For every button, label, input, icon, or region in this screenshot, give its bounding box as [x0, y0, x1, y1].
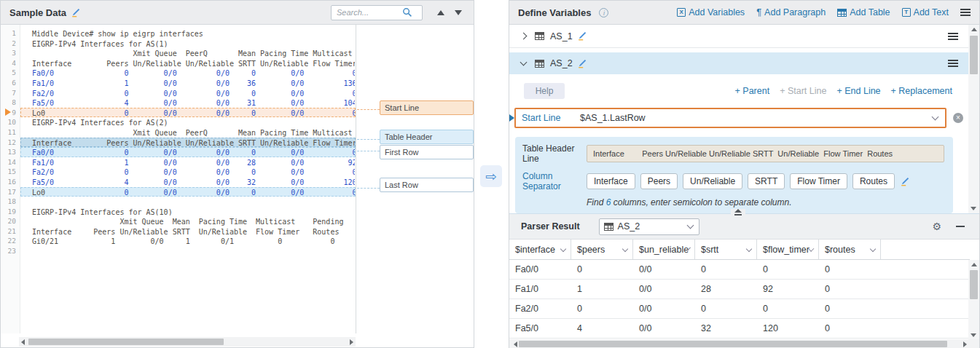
code-line-20[interactable]: 20 Xmit Queue Mean Pacing Time Multicast… — [1, 216, 356, 226]
variables-vertical-scrollbar[interactable] — [968, 25, 979, 213]
chevron-down-icon[interactable] — [520, 59, 528, 66]
add-table-button[interactable]: Add Table — [837, 7, 890, 17]
column-chip[interactable]: SRTT — [748, 173, 785, 189]
column-chip[interactable]: Interface — [587, 173, 635, 189]
add-text-button[interactable]: TAdd Text — [902, 7, 949, 17]
code-line-2[interactable]: 2EIGRP-IPv4 Interfaces for AS(1) — [1, 39, 356, 49]
code-line-8[interactable]: 8Fa5/0 4 0/0 0/0 31 0/0 104 — [1, 98, 356, 108]
code-line-10[interactable]: 10EIGRP-IPv4 Interfaces for AS(2) — [1, 117, 356, 127]
code-line-4[interactable]: 4Interface Peers Un/Reliable Un/Reliable… — [1, 58, 356, 68]
result-row[interactable]: Fa2/000/0000 — [509, 299, 970, 319]
result-column-header[interactable]: $srtt — [695, 240, 757, 259]
code-line-19[interactable]: 19EIGRP-IPv4 Interfaces for AS(10) — [1, 207, 356, 217]
code-line-6[interactable]: 6Fa1/0 1 0/0 0/0 36 0/0 136 — [1, 78, 356, 88]
apply-arrow-button[interactable]: ⇨ — [480, 165, 502, 187]
result-column-header[interactable]: $peers — [571, 240, 633, 259]
edit-sample-data-icon[interactable] — [71, 7, 81, 17]
code-line-3[interactable]: 3 Xmit Queue PeerQ Mean Pacing Time Mult… — [1, 48, 356, 58]
code-horizontal-scrollbar[interactable] — [19, 337, 356, 347]
code-line-11[interactable]: 11 Xmit Queue PeerQ Mean Pacing Time Mul… — [1, 127, 356, 138]
column-filter-chevron-icon[interactable] — [746, 245, 752, 251]
dropdown-chevron-icon[interactable] — [932, 114, 939, 121]
search-next-button[interactable] — [452, 6, 465, 19]
add-startline-link[interactable]: + Start Line — [780, 86, 826, 96]
code-line-18[interactable]: 18 — [1, 197, 356, 207]
remove-start-line-icon[interactable] — [953, 113, 963, 123]
first-row-label[interactable]: First Row — [380, 145, 474, 159]
code-line-9[interactable]: 9Lo0 0 0/0 0/0 0 0/0 0 — [1, 108, 356, 118]
result-column-header[interactable]: $interface — [509, 240, 571, 259]
start-line-row: Start Line $AS_1.LastRow — [509, 108, 970, 128]
scroll-right-icon[interactable] — [350, 339, 353, 345]
add-variables-button[interactable]: XAdd Variables — [677, 7, 745, 17]
search-box[interactable] — [331, 5, 423, 20]
search-input[interactable] — [337, 8, 402, 17]
column-filter-chevron-icon[interactable] — [622, 245, 628, 251]
scrollbar-thumb[interactable] — [970, 270, 978, 299]
variable-row-as2[interactable]: AS_2 — [509, 52, 970, 74]
code-line-13[interactable]: 13Fa0/0 0 0/0 0/0 0 0/0 0 — [1, 147, 356, 157]
table-header-label[interactable]: Table Header — [380, 130, 474, 144]
code-editor[interactable]: 1Middle_Device# show ip eigrp interfaces… — [1, 28, 356, 256]
result-column-header[interactable]: $flow_timer — [757, 240, 819, 259]
scroll-left-icon[interactable] — [21, 339, 25, 345]
code-line-7[interactable]: 7Fa2/0 0 0/0 0/0 0 0/0 0 — [1, 88, 356, 98]
add-endline-link[interactable]: + End Line — [836, 86, 880, 96]
table-header-line-value[interactable]: Interface Peers Un/Reliable Un/Reliable … — [587, 145, 944, 162]
info-icon[interactable] — [599, 8, 608, 17]
scroll-down-icon[interactable] — [971, 207, 976, 210]
add-replacement-link[interactable]: + Replacement — [891, 86, 952, 96]
result-column-header[interactable]: $un_reliable — [633, 240, 695, 259]
code-line-22[interactable]: 22Gi0/21 1 0/0 1 0/1 0 0 — [1, 236, 356, 246]
as2-menu-icon[interactable] — [948, 60, 958, 67]
column-chip[interactable]: Un/Reliable — [683, 173, 742, 189]
settings-gear-icon[interactable]: ⚙ — [932, 221, 941, 232]
start-line-field-value[interactable]: $AS_1.LastRow — [580, 113, 646, 123]
code-line-5[interactable]: 5Fa0/0 0 0/0 0/0 0 0/0 0 — [1, 68, 356, 78]
code-line-21[interactable]: 21Interface Peers Un/Reliable SRTT Un/Re… — [1, 226, 356, 237]
column-filter-chevron-icon[interactable] — [870, 245, 876, 251]
code-line-15[interactable]: 15Fa2/0 0 0/0 0/0 0 0/0 0 — [1, 167, 356, 177]
start-line-field[interactable]: Start Line $AS_1.LastRow — [514, 108, 946, 128]
scrollbar-thumb[interactable] — [970, 36, 978, 74]
code-line-1[interactable]: 1Middle_Device# show ip eigrp interfaces — [1, 28, 356, 39]
code-line-12[interactable]: 12Interface Peers Un/Reliable Un/Reliabl… — [1, 138, 356, 148]
variable-row-as1[interactable]: AS_1 — [509, 25, 970, 48]
collapse-panel-icon[interactable] — [731, 209, 745, 218]
scroll-right-icon[interactable] — [963, 341, 967, 347]
collapse-result-icon[interactable] — [956, 226, 965, 227]
result-column-header[interactable]: $routes — [819, 240, 881, 259]
code-line-23[interactable]: 23 — [1, 246, 356, 256]
scrollbar-thumb[interactable] — [519, 341, 947, 347]
add-parent-link[interactable]: + Parent — [735, 86, 770, 96]
scroll-up-icon[interactable] — [971, 263, 977, 266]
add-paragraph-button[interactable]: ¶Add Paragraph — [756, 7, 826, 17]
last-row-label[interactable]: Last Row — [380, 178, 474, 192]
result-table-dropdown[interactable]: AS_2 — [599, 218, 699, 235]
as1-menu-icon[interactable] — [948, 33, 958, 40]
result-vertical-scrollbar[interactable] — [968, 260, 979, 340]
result-horizontal-scrollbar[interactable] — [509, 339, 969, 348]
edit-columns-icon[interactable] — [900, 176, 910, 186]
help-button[interactable]: Help — [524, 83, 565, 99]
code-line-17[interactable]: 17Lo0 0 0/0 0/0 0 0/0 0 — [1, 187, 356, 197]
result-row[interactable]: Fa5/040/0321200 — [509, 319, 970, 339]
code-line-16[interactable]: 16Fa5/0 4 0/0 0/0 32 0/0 120 — [1, 177, 356, 187]
column-chip[interactable]: Flow Timer — [790, 173, 847, 189]
code-line-14[interactable]: 14Fa1/0 1 0/0 0/0 28 0/0 92 — [1, 157, 356, 167]
scrollbar-thumb[interactable] — [28, 339, 224, 345]
panel-menu-icon[interactable] — [960, 9, 971, 16]
scroll-down-icon[interactable] — [971, 333, 976, 337]
edit-as2-icon[interactable] — [577, 58, 587, 68]
search-prev-button[interactable] — [434, 6, 447, 19]
scroll-up-icon[interactable] — [971, 28, 977, 31]
column-chip[interactable]: Peers — [640, 173, 678, 189]
edit-as1-icon[interactable] — [577, 31, 587, 41]
start-line-label[interactable]: Start Line — [380, 100, 474, 115]
result-row[interactable]: Fa0/000/0000 — [509, 260, 970, 280]
column-chip[interactable]: Routes — [852, 173, 895, 189]
column-filter-chevron-icon[interactable] — [560, 245, 566, 251]
scroll-left-icon[interactable] — [514, 341, 517, 347]
result-row[interactable]: Fa1/010/028920 — [509, 280, 970, 299]
chevron-right-icon[interactable] — [520, 33, 528, 40]
